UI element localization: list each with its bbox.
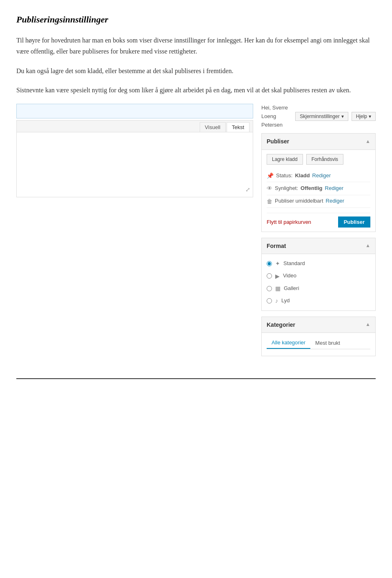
help-arrow: ▾ <box>369 114 371 119</box>
kategori-tab-most-used[interactable]: Mest brukt <box>310 337 345 349</box>
publish-toggle-arrow[interactable]: ▲ <box>365 138 370 145</box>
kategorier-box-body: Alle kategorier Mest brukt <box>262 333 375 356</box>
video-icon: ▶ <box>275 272 280 281</box>
format-option-standard: ✦ Standard <box>262 257 375 270</box>
format-label-lyd: Lyd <box>281 297 290 305</box>
publiser-button[interactable]: Publiser <box>338 216 370 228</box>
kategorier-box-title: Kategorier <box>267 320 295 329</box>
intro-paragraph-1: Til høyre for hovedruten har man en boks… <box>16 35 376 57</box>
kategori-tab-all[interactable]: Alle kategorier <box>267 337 310 349</box>
kategorier-box-header: Kategorier ▲ <box>262 317 375 333</box>
format-toggle-arrow[interactable]: ▲ <box>365 242 370 250</box>
tab-text[interactable]: Tekst <box>227 122 249 132</box>
editor-tabs: Visuell Tekst <box>16 120 253 132</box>
format-radio-galleri[interactable] <box>267 286 272 291</box>
publish-box-header: Publiser ▲ <box>262 134 375 150</box>
format-box-header: Format ▲ <box>262 238 375 254</box>
galleri-icon: ▦ <box>275 284 281 293</box>
publish-time-label: Publiser umiddelbart <box>275 197 323 205</box>
screen-settings-button[interactable]: Skjerminnstillinger ▾ <box>295 112 348 121</box>
screen-settings-label: Skjerminnstillinger <box>300 114 339 119</box>
calendar-icon: 🗑 <box>267 197 272 206</box>
visibility-value: Offentlig <box>301 184 322 193</box>
main-layout: Visuell Tekst ⤢ Hei, Sverre Loeng Peters… <box>16 104 376 362</box>
format-option-video: ▶ Video <box>262 270 375 282</box>
publish-box-body: Lagre kladd Forhåndsvis 📌 Status: Kladd … <box>262 150 375 232</box>
status-row: 📌 Status: Kladd Rediger <box>267 170 370 182</box>
format-options-list: ✦ Standard ▶ Video ▦ Galleri ♪ Lyd <box>262 254 375 310</box>
status-value: Kladd <box>295 172 310 180</box>
publish-box-title: Publiser <box>267 137 289 146</box>
topbar-user: Hei, Sverre Loeng Petersen <box>261 104 292 129</box>
editor-area: Visuell Tekst ⤢ <box>16 104 253 362</box>
publish-actions: Lagre kladd Forhåndsvis <box>267 154 370 165</box>
format-radio-lyd[interactable] <box>267 298 272 304</box>
format-label-video: Video <box>283 272 296 280</box>
kategori-tabs: Alle kategorier Mest brukt <box>267 337 370 349</box>
format-option-galleri: ▦ Galleri <box>262 282 375 295</box>
help-label: Hjelp <box>356 114 367 119</box>
status-label: Status: <box>276 172 292 180</box>
expand-icon: ⤢ <box>245 185 250 194</box>
kategorier-box: Kategorier ▲ Alle kategorier Mest brukt <box>261 317 376 356</box>
intro-paragraph-2: Du kan også lagre det som kladd, eller b… <box>16 65 376 76</box>
format-box-title: Format <box>267 241 286 250</box>
intro-paragraph-3: Sistnevnte kan være spesielt nyttig for … <box>16 85 376 96</box>
publish-time-edit-link[interactable]: Rediger <box>326 197 345 205</box>
editor-content[interactable]: ⤢ <box>16 132 253 197</box>
visibility-row: 👁 Synlighet: Offentlig Rediger <box>267 182 370 195</box>
publish-meta-list: 📌 Status: Kladd Rediger 👁 Synlighet: Off… <box>267 170 370 208</box>
page-title: Publiseringsinnstillinger <box>16 12 376 27</box>
format-label-standard: Standard <box>283 259 305 268</box>
format-radio-standard[interactable] <box>267 261 272 266</box>
eye-icon: 👁 <box>267 184 272 193</box>
visibility-label: Synlighet: <box>275 184 298 193</box>
publish-box: Publiser ▲ Lagre kladd Forhåndsvis 📌 Sta… <box>261 133 376 232</box>
tab-visuell[interactable]: Visuell <box>200 122 226 132</box>
publish-footer: Flytt til papirkurven Publiser <box>267 213 370 228</box>
format-label-galleri: Galleri <box>284 284 299 293</box>
pin-icon: 📌 <box>267 171 274 180</box>
lyd-icon: ♪ <box>275 296 278 305</box>
bottom-border <box>16 378 376 379</box>
post-title-input[interactable] <box>16 104 253 118</box>
save-kladd-button[interactable]: Lagre kladd <box>267 154 303 165</box>
help-button[interactable]: Hjelp ▾ <box>352 112 376 121</box>
visibility-edit-link[interactable]: Rediger <box>325 184 344 193</box>
forhandsvis-button[interactable]: Forhåndsvis <box>306 154 343 165</box>
papirkurv-button[interactable]: Flytt til papirkurven <box>267 219 311 225</box>
kategorier-toggle-arrow[interactable]: ▲ <box>365 321 370 328</box>
format-radio-video[interactable] <box>267 273 272 279</box>
status-edit-link[interactable]: Rediger <box>312 172 331 180</box>
sidebar: Hei, Sverre Loeng Petersen Skjerminnstil… <box>261 104 376 362</box>
format-option-lyd: ♪ Lyd <box>262 295 375 307</box>
wp-topbar: Hei, Sverre Loeng Petersen Skjerminnstil… <box>261 104 376 129</box>
format-box: Format ▲ ✦ Standard ▶ Video ▦ Galleri <box>261 238 376 311</box>
publish-time-row: 🗑 Publiser umiddelbart Rediger <box>267 195 370 208</box>
screen-settings-arrow: ▾ <box>341 114 344 119</box>
standard-icon: ✦ <box>275 259 280 268</box>
